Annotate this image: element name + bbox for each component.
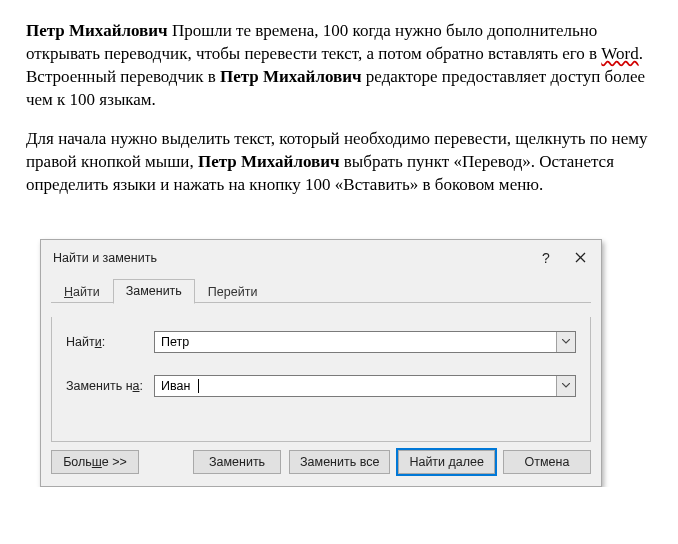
tab-label: айти: [73, 285, 100, 299]
tab-label: Перейти: [208, 285, 258, 299]
spellcheck-word: Word: [601, 44, 638, 63]
document-body: Петр Михайлович Прошли те времена, 100 к…: [0, 0, 678, 223]
find-combo[interactable]: [154, 331, 576, 353]
replace-dropdown-button[interactable]: [556, 376, 575, 396]
dialog-button-row: Больше >> Заменить Заменить все Найти да…: [51, 450, 591, 474]
dialog-title: Найти и заменить: [53, 251, 529, 265]
replace-combo[interactable]: [154, 375, 576, 397]
cancel-button[interactable]: Отмена: [503, 450, 591, 474]
bold-text: Петр Михайлович: [26, 21, 168, 40]
find-next-button[interactable]: Найти далее: [398, 450, 495, 474]
bold-text: Петр Михайлович: [198, 152, 340, 171]
find-replace-dialog: Найти и заменить ? Найти Заменить Перейт…: [40, 239, 602, 487]
close-button[interactable]: [563, 247, 597, 269]
bold-text: Петр Михайлович: [220, 67, 362, 86]
tab-replace[interactable]: Заменить: [113, 279, 195, 304]
close-icon: [575, 252, 586, 263]
dialog-body: Найти: Заменить на:: [51, 317, 591, 442]
tab-label: Заменить: [126, 284, 182, 298]
replace-button[interactable]: Заменить: [193, 450, 281, 474]
paragraph-2: Для начала нужно выделить текст, который…: [26, 128, 652, 197]
chevron-down-icon: [562, 383, 570, 388]
more-button[interactable]: Больше >>: [51, 450, 139, 474]
replace-input[interactable]: [155, 376, 198, 396]
replace-row: Заменить на:: [66, 375, 576, 397]
paragraph-1: Петр Михайлович Прошли те времена, 100 к…: [26, 20, 652, 112]
tab-hotkey: Н: [64, 285, 73, 299]
tab-goto[interactable]: Перейти: [195, 280, 271, 304]
dialog-tabs: Найти Заменить Перейти: [51, 276, 591, 303]
find-label: Найти:: [66, 335, 154, 349]
chevron-down-icon: [562, 339, 570, 344]
find-input[interactable]: [155, 332, 556, 352]
replace-label: Заменить на:: [66, 379, 154, 393]
replace-all-button[interactable]: Заменить все: [289, 450, 390, 474]
find-row: Найти:: [66, 331, 576, 353]
help-button[interactable]: ?: [529, 247, 563, 269]
tab-find[interactable]: Найти: [51, 280, 113, 304]
dialog-titlebar[interactable]: Найти и заменить ?: [41, 240, 601, 276]
find-dropdown-button[interactable]: [556, 332, 575, 352]
